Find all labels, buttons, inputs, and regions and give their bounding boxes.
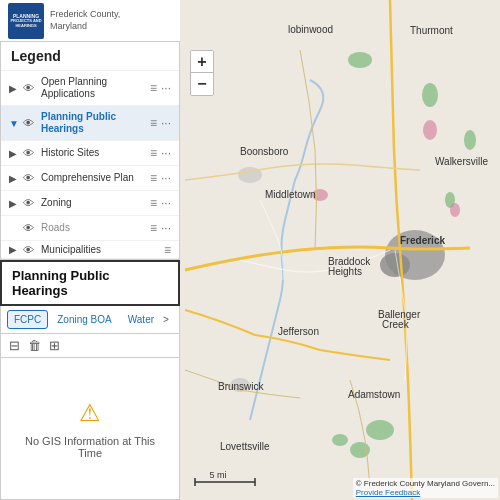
zoom-controls: + − [190,50,214,96]
svg-text:Frederick: Frederick [400,235,445,246]
reorder-icon-6[interactable]: ≡ [164,243,171,257]
svg-text:Heights: Heights [328,266,362,277]
svg-text:Brunswick: Brunswick [218,381,265,392]
map-attribution: © Frederick County Maryland Govern... Pr… [353,478,498,498]
legend-item-1[interactable]: ▼ 👁 Planning Public Hearings ≡ ··· [1,106,179,141]
reorder-icon-5[interactable]: ≡ [150,221,157,235]
svg-point-5 [366,420,394,440]
legend-controls-1: ≡ ··· [150,116,171,130]
zoom-in-button[interactable]: + [191,51,213,73]
svg-point-9 [450,203,460,217]
legend-label-0: Open Planning Applications [41,76,146,100]
tab-water[interactable]: Water [121,310,161,329]
svg-point-3 [464,130,476,150]
legend-item-0[interactable]: ▶ 👁 Open Planning Applications ≡ ··· [1,71,179,106]
expand-icon-1[interactable]: ▼ [9,118,19,129]
logo-text: PLANNING PROJECTS AND HEARINGS [8,13,44,29]
svg-text:Middletown: Middletown [265,189,316,200]
visibility-icon-4[interactable]: 👁 [23,197,37,209]
legend-title: Legend [1,42,179,71]
legend-label-5: Roads [41,222,146,234]
visibility-icon-2[interactable]: 👁 [23,147,37,159]
svg-text:Boonsboro: Boonsboro [240,146,289,157]
app-header: PLANNING PROJECTS AND HEARINGS Frederick… [0,0,180,42]
visibility-icon-5[interactable]: 👁 [23,222,37,234]
expand-icon-3[interactable]: ▶ [9,173,19,184]
svg-text:lobinwood: lobinwood [288,24,333,35]
tabs-row: FCPC Zoning BOA Water > [0,306,180,334]
svg-text:Thurmont: Thurmont [410,25,453,36]
visibility-icon-1[interactable]: 👁 [23,117,37,129]
visibility-icon-3[interactable]: 👁 [23,172,37,184]
more-icon-3[interactable]: ··· [161,171,171,185]
filter-icon[interactable]: ⊟ [9,338,20,353]
reorder-icon-3[interactable]: ≡ [150,171,157,185]
svg-text:Lovettsville: Lovettsville [220,441,270,452]
app-logo: PLANNING PROJECTS AND HEARINGS [8,3,44,39]
toolbar-row: ⊟ 🗑 ⊞ [0,334,180,358]
legend-item-4[interactable]: ▶ 👁 Zoning ≡ ··· [1,191,179,216]
expand-icon-6[interactable]: ▶ [9,244,19,255]
legend-label-4: Zoning [41,197,146,209]
legend-controls-0: ≡ ··· [150,81,171,95]
warning-icon: ⚠ [79,399,101,427]
more-icon-5[interactable]: ··· [161,221,171,235]
svg-text:Creek: Creek [382,319,410,330]
visibility-icon-0[interactable]: 👁 [23,82,37,94]
delete-icon[interactable]: 🗑 [28,338,41,353]
legend-controls-4: ≡ ··· [150,196,171,210]
app-container: Thurmont Walkersville Frederick Middleto… [0,0,500,500]
legend-label-3: Comprehensive Plan [41,172,146,184]
provide-feedback-link[interactable]: Provide Feedback [356,488,495,497]
svg-point-2 [422,83,438,107]
more-icon-2[interactable]: ··· [161,146,171,160]
expand-icon-4[interactable]: ▶ [9,198,19,209]
legend-item-5[interactable]: ▶ 👁 Roads ≡ ··· [1,216,179,241]
more-icon-4[interactable]: ··· [161,196,171,210]
legend-controls-6: ≡ [164,243,171,257]
tab-fcpc[interactable]: FCPC [7,310,48,329]
svg-point-7 [332,434,348,446]
legend-controls-3: ≡ ··· [150,171,171,185]
grid-icon[interactable]: ⊞ [49,338,60,353]
reorder-icon-4[interactable]: ≡ [150,196,157,210]
tabs-more-icon[interactable]: > [163,314,169,325]
selected-layer-title: Planning Public Hearings [0,260,180,306]
svg-text:5 mi: 5 mi [209,470,226,480]
legend-item-2[interactable]: ▶ 👁 Historic Sites ≡ ··· [1,141,179,166]
reorder-icon-0[interactable]: ≡ [150,81,157,95]
header-title: Frederick County, Maryland [50,9,120,32]
svg-text:Adamstown: Adamstown [348,389,400,400]
svg-text:Jefferson: Jefferson [278,326,319,337]
info-section: ⚠ No GIS Information at This Time [0,358,180,500]
legend-controls-5: ≡ ··· [150,221,171,235]
legend-label-6: Municipalities [41,244,160,256]
svg-text:Walkersville: Walkersville [435,156,488,167]
expand-icon-2[interactable]: ▶ [9,148,19,159]
legend-label-2: Historic Sites [41,147,146,159]
legend-item-3[interactable]: ▶ 👁 Comprehensive Plan ≡ ··· [1,166,179,191]
more-icon-0[interactable]: ··· [161,81,171,95]
legend-label-1: Planning Public Hearings [41,111,146,135]
legend-item-6[interactable]: ▶ 👁 Municipalities ≡ [1,241,179,259]
legend-controls-2: ≡ ··· [150,146,171,160]
svg-point-8 [423,120,437,140]
info-message: No GIS Information at This Time [17,435,163,459]
reorder-icon-1[interactable]: ≡ [150,116,157,130]
tab-zoning-boa[interactable]: Zoning BOA [50,310,118,329]
svg-point-1 [348,52,372,68]
reorder-icon-2[interactable]: ≡ [150,146,157,160]
visibility-icon-6[interactable]: 👁 [23,244,37,256]
svg-point-12 [380,253,410,277]
zoom-out-button[interactable]: − [191,73,213,95]
expand-icon-0[interactable]: ▶ [9,83,19,94]
more-icon-1[interactable]: ··· [161,116,171,130]
legend-panel: Legend ▶ 👁 Open Planning Applications ≡ … [0,42,180,260]
left-panel: PLANNING PROJECTS AND HEARINGS Frederick… [0,0,180,500]
